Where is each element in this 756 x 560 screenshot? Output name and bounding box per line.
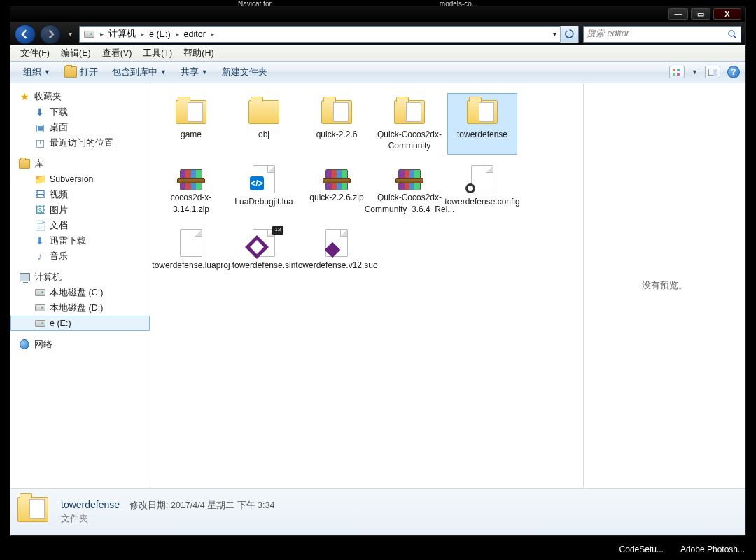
details-pane: towerdefense 修改日期: 2017/4/4 星期二 下午 3:34 …	[10, 488, 746, 536]
taskbar-app[interactable]: Adobe Photosh...	[680, 545, 745, 554]
svg-line-1	[734, 36, 736, 38]
svg-rect-7	[713, 69, 717, 76]
command-toolbar: 组织▼ 打开 包含到库中▼ 共享▼ 新建文件夹 ▼ ?	[10, 61, 746, 83]
breadcrumb-chevron-icon[interactable]: ▸	[98, 30, 106, 38]
sidebar-item-drive-e[interactable]: e (E:)	[10, 316, 150, 331]
archive-item[interactable]: Quick-Cocos2dx-Community_3.6.4_Rel...	[374, 160, 444, 218]
navigation-bar: ▾ ▸ 计算机 ▸ e (E:) ▸ editor ▸ ▾ 搜索 editor	[10, 22, 746, 46]
help-button[interactable]: ?	[727, 66, 740, 78]
view-mode-button[interactable]	[669, 66, 685, 78]
drive-icon	[34, 318, 46, 329]
xunlei-icon: ⬇	[34, 235, 46, 246]
organize-button[interactable]: 组织▼	[16, 62, 57, 83]
refresh-button[interactable]	[560, 26, 578, 43]
network-icon	[19, 339, 30, 350]
breadcrumb-chevron-icon[interactable]: ▸	[139, 30, 146, 38]
folder-item[interactable]: Quick-Cocos2dx-Community	[374, 93, 444, 155]
libraries-header[interactable]: 库	[10, 156, 150, 172]
folder-item[interactable]: obj	[229, 93, 299, 155]
back-button[interactable]	[15, 24, 36, 44]
desktop-icon: ▣	[34, 122, 46, 133]
forward-button[interactable]	[40, 24, 61, 44]
archive-item[interactable]: quick-2.2.6.zip	[302, 160, 372, 218]
sidebar-item-music[interactable]: ♪音乐	[10, 248, 150, 264]
nav-history-dropdown[interactable]: ▾	[65, 29, 75, 39]
breadcrumb[interactable]: editor	[181, 29, 209, 39]
computer-icon	[19, 272, 30, 283]
config-file-item[interactable]: towerdefense.config	[447, 160, 517, 218]
recent-icon: ◳	[34, 137, 46, 148]
folder-item-selected[interactable]: towerdefense	[447, 93, 517, 155]
sidebar-item-downloads[interactable]: ⬇下载	[10, 104, 150, 120]
visual-studio-suo-icon	[318, 227, 355, 258]
folder-item[interactable]: quick-2.2.6	[302, 93, 372, 155]
details-modified-label: 修改日期:	[130, 500, 168, 510]
folder-icon	[318, 97, 355, 127]
preview-pane-button[interactable]	[705, 66, 720, 78]
minimize-button[interactable]: —	[668, 8, 688, 20]
luaproj-file-item[interactable]: towerdefense.luaproj	[156, 224, 226, 274]
titlebar[interactable]: — ▭ X	[10, 6, 746, 22]
documents-icon: 📄	[34, 220, 46, 231]
include-in-library-button[interactable]: 包含到库中▼	[105, 62, 174, 83]
search-input[interactable]: 搜索 editor	[583, 26, 741, 43]
desktop-background: Navicat for models-co... — ▭ X ▾ ▸ 计算机 ▸…	[0, 0, 756, 560]
sidebar-item-recent[interactable]: ◳最近访问的位置	[10, 135, 150, 150]
breadcrumb[interactable]: 计算机	[106, 28, 139, 40]
sln-file-item[interactable]: 12towerdefense.sln	[229, 224, 299, 274]
file-grid[interactable]: game obj quick-2.2.6 Quick-Cocos2dx-Comm…	[150, 83, 583, 488]
sidebar-item-drive-d[interactable]: 本地磁盘 (D:)	[10, 300, 150, 316]
sidebar-item-subversion[interactable]: 📁Subversion	[10, 172, 150, 187]
visual-studio-solution-icon: 12	[246, 227, 282, 258]
favorites-header[interactable]: ★收藏夹	[10, 89, 150, 104]
svg-point-0	[729, 31, 734, 36]
drive-icon	[34, 287, 46, 298]
breadcrumb-chevron-icon[interactable]: ▸	[209, 30, 216, 38]
folder-icon	[173, 97, 209, 127]
archive-icon	[396, 164, 424, 190]
view-mode-dropdown[interactable]: ▼	[692, 69, 698, 76]
menu-edit[interactable]: 编辑(E)	[55, 48, 97, 59]
svg-rect-4	[673, 73, 676, 76]
menu-view[interactable]: 查看(V)	[97, 48, 138, 59]
navigation-sidebar[interactable]: ★收藏夹 ⬇下载 ▣桌面 ◳最近访问的位置 库 📁Subversion 🎞视频 …	[10, 83, 150, 488]
close-button[interactable]: X	[713, 8, 741, 20]
share-button[interactable]: 共享▼	[174, 62, 215, 83]
sidebar-item-pictures[interactable]: 🖼图片	[10, 202, 150, 218]
explorer-window: — ▭ X ▾ ▸ 计算机 ▸ e (E:) ▸ editor ▸ ▾	[10, 6, 746, 536]
menu-file[interactable]: 文件(F)	[15, 48, 55, 59]
folder-icon	[391, 97, 428, 127]
bottom-taskbar[interactable]: CodeSetu... Adobe Photosh...	[0, 539, 756, 560]
address-dropdown-icon[interactable]: ▾	[549, 30, 560, 38]
new-folder-button[interactable]: 新建文件夹	[215, 62, 274, 83]
drive-icon	[83, 28, 95, 41]
preview-pane: 没有预览。	[583, 83, 746, 488]
open-button[interactable]: 打开	[57, 62, 105, 83]
folder-item[interactable]: game	[156, 93, 226, 155]
video-icon: 🎞	[34, 189, 46, 200]
archive-item[interactable]: cocos2d-x-3.14.1.zip	[156, 160, 226, 218]
sidebar-item-documents[interactable]: 📄文档	[10, 218, 150, 233]
lua-file-item[interactable]: </>LuaDebugjit.lua	[229, 160, 299, 218]
network-header[interactable]: 网络	[10, 337, 150, 352]
details-thumbnail	[18, 497, 51, 528]
menu-help[interactable]: 帮助(H)	[178, 48, 219, 59]
address-bar[interactable]: ▸ 计算机 ▸ e (E:) ▸ editor ▸ ▾	[79, 26, 579, 43]
computer-header[interactable]: 计算机	[10, 270, 150, 285]
suo-file-item[interactable]: towerdefense.v12.suo	[302, 224, 372, 274]
sidebar-item-drive-c[interactable]: 本地磁盘 (C:)	[10, 285, 150, 300]
explorer-body: ★收藏夹 ⬇下载 ▣桌面 ◳最近访问的位置 库 📁Subversion 🎞视频 …	[10, 83, 746, 488]
search-icon[interactable]	[727, 29, 738, 40]
menu-tools[interactable]: 工具(T)	[137, 48, 178, 59]
drive-icon	[34, 302, 46, 314]
sidebar-item-desktop[interactable]: ▣桌面	[10, 120, 150, 135]
lua-file-icon: </>	[246, 164, 282, 195]
breadcrumb[interactable]: e (E:)	[146, 29, 174, 39]
maximize-button[interactable]: ▭	[691, 8, 710, 20]
breadcrumb-chevron-icon[interactable]: ▸	[174, 30, 181, 38]
taskbar-app[interactable]: CodeSetu...	[620, 545, 664, 554]
folder-icon: 📁	[34, 174, 46, 185]
sidebar-item-xunlei[interactable]: ⬇迅雷下载	[10, 233, 150, 248]
folder-open-icon	[64, 66, 77, 78]
sidebar-item-video[interactable]: 🎞视频	[10, 187, 150, 202]
